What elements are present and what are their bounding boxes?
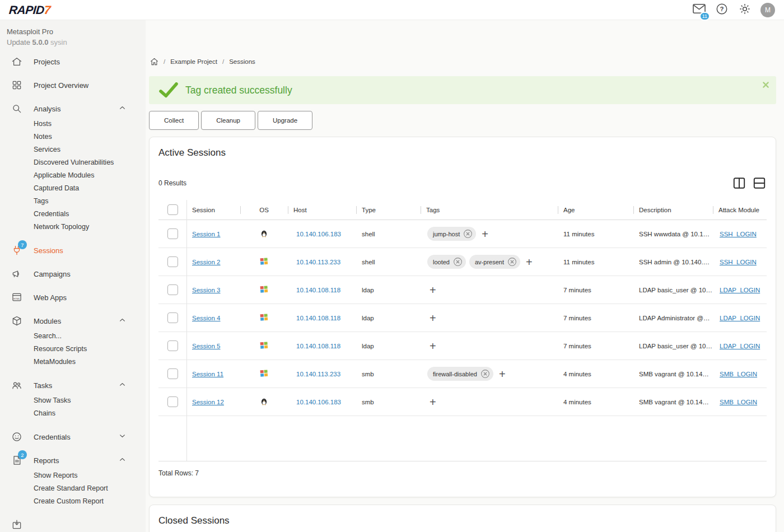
cleanup-button[interactable]: Cleanup <box>201 111 255 130</box>
sidebar-subitem-tags[interactable]: Tags <box>0 194 146 207</box>
chevron-down-icon[interactable] <box>119 432 126 441</box>
collect-button[interactable]: Collect <box>149 111 199 130</box>
sidebar-subitem-metamodules[interactable]: MetaModules <box>0 355 146 368</box>
sidebar-subitem-credentials[interactable]: Credentials <box>0 207 146 220</box>
campaigns-icon <box>11 268 22 279</box>
column-header-age[interactable]: Age <box>558 200 633 220</box>
row-checkbox[interactable] <box>167 312 178 323</box>
tag-pill[interactable]: looted <box>427 255 466 269</box>
sidebar-item-analysis[interactable]: Analysis <box>0 97 146 120</box>
add-tag-button[interactable]: + <box>526 256 533 268</box>
chevron-up-icon[interactable] <box>119 104 126 113</box>
sidebar-item-clipped[interactable] <box>0 513 146 532</box>
tag-pill[interactable]: av-present <box>469 255 520 269</box>
close-banner-icon[interactable] <box>763 82 769 88</box>
attack-module-link[interactable]: SSH_LOGIN <box>720 259 757 265</box>
row-checkbox[interactable] <box>167 284 178 295</box>
attack-module-link[interactable]: SMB_LOGIN <box>720 371 757 377</box>
attack-module-cell: LDAP_LOGIN <box>713 343 767 349</box>
host-link[interactable]: 10.140.106.183 <box>296 399 341 405</box>
sidebar-subitem-create-standard-report[interactable]: Create Standard Report <box>0 482 146 494</box>
column-header-type[interactable]: Type <box>356 200 421 220</box>
add-tag-button[interactable]: + <box>430 284 436 296</box>
row-checkbox[interactable] <box>167 368 178 379</box>
sidebar-item-tasks[interactable]: Tasks <box>0 374 146 397</box>
attack-module-link[interactable]: SSH_LOGIN <box>720 231 757 237</box>
remove-tag-icon[interactable] <box>453 257 463 267</box>
sidebar-subitem-services[interactable]: Services <box>0 143 146 156</box>
session-link[interactable]: Session 3 <box>192 287 221 293</box>
column-header-tags[interactable]: Tags <box>421 200 558 220</box>
sidebar-item-web-apps[interactable]: HTMLWeb Apps <box>0 286 146 309</box>
host-link[interactable]: 10.140.113.233 <box>296 259 340 265</box>
sidebar-item-sessions[interactable]: 7Sessions <box>0 239 146 262</box>
sidebar-item-project-overview[interactable]: Project Overview <box>0 73 146 97</box>
add-tag-button[interactable]: + <box>430 396 436 408</box>
add-tag-button[interactable]: + <box>499 368 506 380</box>
sidebar-subitem-captured-data[interactable]: Captured Data <box>0 181 146 194</box>
rapid7-logo[interactable]: RAPID7 <box>8 3 51 17</box>
sidebar-subitem-create-custom-report[interactable]: Create Custom Report <box>0 494 146 507</box>
column-header-os[interactable]: OS <box>240 200 288 220</box>
remove-tag-icon[interactable] <box>480 369 490 379</box>
help-button[interactable]: ? <box>715 3 729 17</box>
tag-pill[interactable]: firewall-disabled <box>427 367 493 381</box>
sidebar-item-reports[interactable]: 2Reports <box>0 449 146 472</box>
sidebar-item-modules[interactable]: Modules <box>0 309 146 333</box>
chevron-up-icon[interactable] <box>119 456 126 465</box>
host-link[interactable]: 10.140.106.183 <box>296 231 341 237</box>
row-checkbox[interactable] <box>167 228 178 239</box>
sidebar-item-label: Campaigns <box>34 270 71 278</box>
sidebar-item-projects[interactable]: Projects <box>0 50 146 73</box>
session-link[interactable]: Session 12 <box>192 399 224 405</box>
chevron-up-icon[interactable] <box>119 316 126 325</box>
attack-module-link[interactable]: LDAP_LOGIN <box>720 343 760 349</box>
user-avatar[interactable]: M <box>760 3 775 17</box>
sidebar-subitem-resource-scripts[interactable]: Resource Scripts <box>0 342 146 355</box>
sidebar-item-credentials[interactable]: Credentials <box>0 425 146 449</box>
attack-module-link[interactable]: LDAP_LOGIN <box>720 287 760 293</box>
column-view-icon[interactable] <box>732 176 746 190</box>
remove-tag-icon[interactable] <box>463 229 473 239</box>
row-view-icon[interactable] <box>752 176 767 190</box>
upgrade-button[interactable]: Upgrade <box>258 111 312 130</box>
row-checkbox[interactable] <box>167 256 178 267</box>
column-header-description[interactable]: Description <box>633 200 713 220</box>
session-link[interactable]: Session 11 <box>192 371 223 377</box>
sidebar-subitem-notes[interactable]: Notes <box>0 130 146 143</box>
age-cell: 11 minutes <box>558 231 633 237</box>
host-link[interactable]: 10.140.108.118 <box>296 315 340 321</box>
column-header-session[interactable]: Session <box>186 200 240 220</box>
row-checkbox[interactable] <box>167 340 178 351</box>
session-link[interactable]: Session 1 <box>192 231 221 237</box>
add-tag-button[interactable]: + <box>430 340 436 352</box>
sidebar-subitem-chains[interactable]: Chains <box>0 407 146 419</box>
tag-pill[interactable]: jump-host <box>427 227 476 241</box>
remove-tag-icon[interactable] <box>507 257 517 267</box>
add-tag-button[interactable]: + <box>482 228 488 240</box>
description-cell: SMB vagrant @ 10.14… <box>633 399 713 405</box>
session-link[interactable]: Session 5 <box>192 343 221 349</box>
breadcrumb-project[interactable]: Example Project <box>170 58 217 65</box>
sidebar-subitem-applicable-modules[interactable]: Applicable Modules <box>0 169 146 181</box>
sidebar-subitem-discovered-vulnerabilities[interactable]: Discovered Vulnerabilities <box>0 156 146 169</box>
column-header-host[interactable]: Host <box>288 200 356 220</box>
host-link[interactable]: 10.140.108.118 <box>296 343 340 349</box>
attack-module-link[interactable]: LDAP_LOGIN <box>720 315 760 321</box>
home-icon <box>11 56 22 67</box>
sidebar-item-campaigns[interactable]: Campaigns <box>0 262 146 286</box>
chevron-up-icon[interactable] <box>119 381 126 390</box>
column-header-attack-module[interactable]: Attack Module <box>713 200 767 220</box>
select-all-checkbox[interactable] <box>167 204 178 215</box>
settings-button[interactable] <box>738 3 752 17</box>
add-tag-button[interactable]: + <box>430 312 436 324</box>
host-link[interactable]: 10.140.108.118 <box>296 287 340 293</box>
attack-module-link[interactable]: SMB_LOGIN <box>720 399 757 405</box>
notifications-button[interactable]: 11 <box>692 3 706 17</box>
row-checkbox[interactable] <box>167 396 178 407</box>
session-link[interactable]: Session 2 <box>192 259 221 265</box>
sidebar-subitem-network-topology[interactable]: Network Topology <box>0 220 146 233</box>
home-icon[interactable] <box>150 58 158 66</box>
host-link[interactable]: 10.140.113.233 <box>296 371 340 377</box>
session-link[interactable]: Session 4 <box>192 315 221 321</box>
